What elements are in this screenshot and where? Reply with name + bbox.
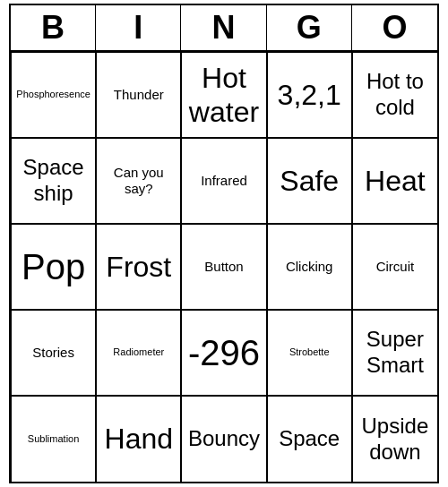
- cell-text: Can you say?: [100, 165, 177, 197]
- bingo-cell: Circuit: [352, 224, 437, 310]
- bingo-cell: Strobette: [267, 310, 352, 396]
- bingo-cell: Frost: [96, 224, 181, 310]
- cell-text: Button: [204, 259, 243, 275]
- bingo-cell: 3,2,1: [267, 52, 352, 138]
- cell-text: Infrared: [201, 173, 247, 189]
- cell-text: Hand: [105, 422, 174, 456]
- header-letter: B: [11, 5, 96, 50]
- cell-text: Pop: [22, 245, 85, 288]
- bingo-cell: Sublimation: [11, 396, 96, 482]
- bingo-cell: Hot water: [181, 52, 266, 138]
- cell-text: Sublimation: [28, 433, 79, 445]
- header-letter: O: [352, 5, 437, 50]
- cell-text: Hot water: [185, 61, 262, 130]
- bingo-card: BINGO PhosphoresenceThunderHot water3,2,…: [9, 4, 439, 483]
- bingo-cell: Button: [181, 224, 266, 310]
- cell-text: Heat: [365, 164, 426, 198]
- bingo-cell: Stories: [11, 310, 96, 396]
- cell-text: Upside down: [357, 414, 434, 466]
- cell-text: Safe: [280, 164, 339, 198]
- cell-text: -296: [188, 331, 260, 374]
- bingo-cell: Pop: [11, 224, 96, 310]
- header-letter: N: [181, 5, 266, 50]
- header-letter: G: [267, 5, 352, 50]
- cell-text: 3,2,1: [278, 78, 341, 112]
- header-letter: I: [96, 5, 181, 50]
- bingo-cell: Radiometer: [96, 310, 181, 396]
- bingo-cell: Infrared: [181, 138, 266, 224]
- cell-text: Frost: [106, 250, 171, 284]
- bingo-cell: Bouncy: [181, 396, 266, 482]
- bingo-cell: Super Smart: [352, 310, 437, 396]
- cell-text: Phosphoresence: [16, 89, 90, 100]
- cell-text: Strobette: [289, 346, 330, 358]
- cell-text: Super Smart: [357, 327, 434, 379]
- bingo-cell: Space: [267, 396, 352, 482]
- bingo-header: BINGO: [11, 5, 437, 52]
- cell-text: Stories: [32, 345, 74, 361]
- bingo-cell: Phosphoresence: [11, 52, 96, 138]
- bingo-cell: Safe: [267, 138, 352, 224]
- cell-text: Space: [279, 426, 340, 452]
- bingo-cell: Thunder: [96, 52, 181, 138]
- cell-text: Circuit: [376, 259, 415, 275]
- bingo-cell: Upside down: [352, 396, 437, 482]
- cell-text: Radiometer: [113, 346, 164, 358]
- cell-text: Thunder: [114, 87, 164, 103]
- bingo-cell: -296: [181, 310, 266, 396]
- bingo-cell: Space ship: [11, 138, 96, 224]
- cell-text: Hot to cold: [357, 69, 434, 121]
- bingo-grid: PhosphoresenceThunderHot water3,2,1Hot t…: [11, 52, 437, 482]
- bingo-cell: Hand: [96, 396, 181, 482]
- cell-text: Space ship: [15, 155, 91, 207]
- cell-text: Clicking: [286, 259, 333, 275]
- bingo-cell: Can you say?: [96, 138, 181, 224]
- cell-text: Bouncy: [188, 426, 260, 452]
- bingo-cell: Heat: [352, 138, 437, 224]
- bingo-cell: Hot to cold: [352, 52, 437, 138]
- bingo-cell: Clicking: [267, 224, 352, 310]
